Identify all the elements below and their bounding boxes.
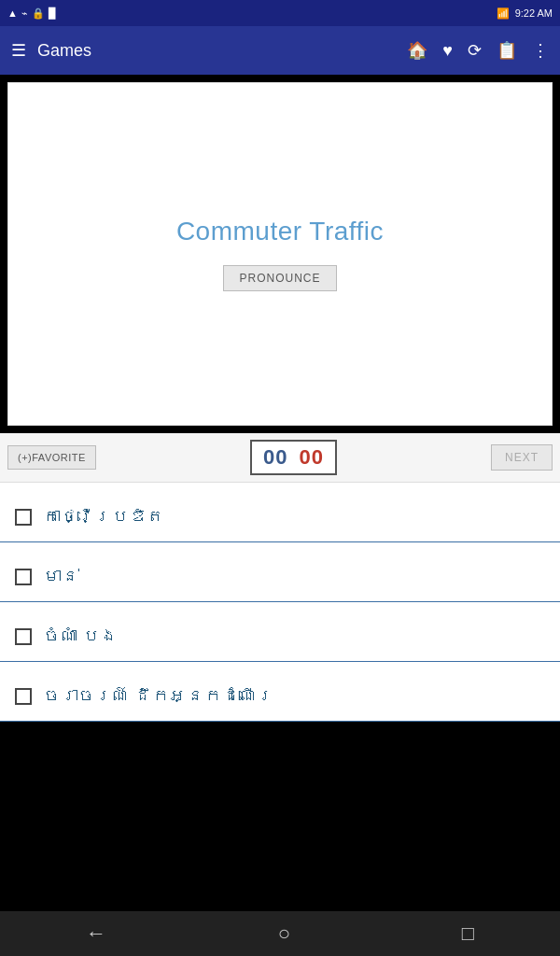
pronounce-button[interactable]: PRONOUNCE [223,265,336,291]
app-bar: ☰ Games 🏠 ♥ ⟳ 📋 ⋮ [0,26,560,75]
menu-icon[interactable]: ☰ [11,40,26,61]
answer-checkbox-2[interactable] [15,569,32,585]
answer-list: កាថ្វើប្រឌិត មាន់ ចំណាំ បង ចរាចរណ៍ ដឹកអ្… [0,482,560,722]
controls-bar: (+)FAVORITE 00 00 NEXT [0,433,560,482]
signal-strength-icon: 📶 [497,7,510,20]
more-icon[interactable]: ⋮ [532,40,549,61]
answer-text-4: ចរាចរណ៍ ដឹកអ្នកដំណើរ [43,684,273,708]
time-display: 9:22 AM [515,7,553,19]
status-bar: ▲ ⌁ 🔒 ▉ 📶 9:22 AM [0,0,560,26]
clipboard-icon[interactable]: 📋 [497,40,517,61]
home-nav-icon[interactable]: ○ [278,921,290,946]
answer-item-1: កាថ្វើប្រឌិត [0,483,560,542]
answer-checkbox-4[interactable] [15,688,32,705]
main-card: Commuter Traffic PRONOUNCE [7,82,553,426]
history-icon[interactable]: ⟳ [468,40,482,61]
answer-checkbox-1[interactable] [15,509,32,526]
answer-item-4: ចរាចរណ៍ ដឹកអ្នកដំណើរ [0,662,560,722]
back-nav-icon[interactable]: ← [86,921,106,946]
recent-nav-icon[interactable]: □ [462,921,474,946]
answer-text-3: ចំណាំ បង [43,625,119,648]
bottom-nav: ← ○ □ [0,911,560,956]
answer-item-3: ចំណាំ បង [0,602,560,662]
signal-icon: ▲ [7,7,18,19]
lock-icon: 🔒 [32,7,45,20]
next-button[interactable]: NEXT [491,444,553,471]
score-red: 00 [299,445,323,470]
answer-checkbox-3[interactable] [15,628,32,645]
bluetooth-icon: ⌁ [21,7,28,20]
answer-text-1: កាថ្វើប្រឌិត [43,505,164,528]
app-bar-actions: 🏠 ♥ ⟳ 📋 ⋮ [407,40,549,61]
home-icon[interactable]: 🏠 [407,40,427,61]
app-title: Games [37,41,396,61]
answer-item-2: មាន់ [0,542,560,602]
battery-icon: ▉ [49,7,56,20]
favorite-button[interactable]: (+)FAVORITE [7,445,96,470]
status-right: 📶 9:22 AM [497,7,553,20]
card-title: Commuter Traffic [176,217,384,246]
favorite-icon[interactable]: ♥ [442,41,453,61]
answer-text-2: មាន់ [43,565,79,588]
status-icons-left: ▲ ⌁ 🔒 ▉ [7,7,56,20]
score-blue: 00 [263,445,287,470]
score-display: 00 00 [250,440,337,475]
